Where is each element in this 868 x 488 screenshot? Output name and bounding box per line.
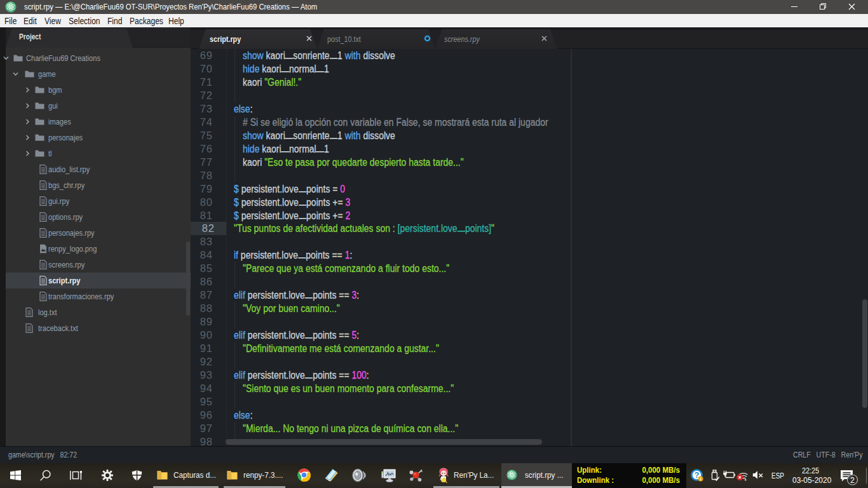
- svg-text:2: 2: [850, 476, 855, 485]
